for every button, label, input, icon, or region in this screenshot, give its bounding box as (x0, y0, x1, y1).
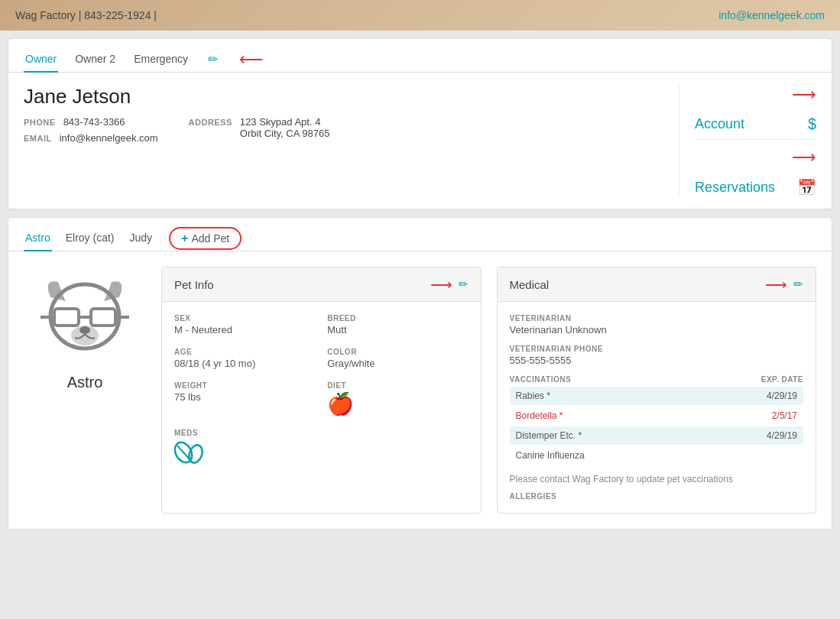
email-label: EMAIL (24, 134, 52, 143)
phone-label: PHONE (24, 118, 56, 127)
reservations-label: Reservations (695, 180, 775, 196)
vacc-name-distemper: Distemper Etc. * (516, 430, 582, 441)
age-label: AGE (174, 348, 315, 356)
top-bar: Wag Factory | 843-225-1924 | info@kennel… (0, 0, 840, 31)
tab-emergency[interactable]: Emergency (132, 47, 190, 73)
owner-edit-icon[interactable]: ✏ (208, 52, 218, 66)
arrow-annotation-medical: ⟶ (765, 275, 787, 293)
pet-info-edit-icon[interactable]: ✏ (459, 277, 469, 291)
meds-icon (174, 439, 315, 472)
vet-label: VETERINARIAN (510, 314, 804, 322)
vacc-exp-distemper: 4/29/19 (767, 430, 797, 441)
vacc-header: VACCINATIONS EXP. DATE (510, 375, 804, 384)
business-email[interactable]: info@kennelgeek.com (718, 9, 825, 21)
pet-tabs: Astro Elroy (cat) Judy + Add Pet (8, 218, 832, 251)
vet-value: Veterinarian Unknown (510, 324, 804, 335)
breed-label: BREED (327, 314, 468, 322)
vacc-exp-rabies: 4/29/19 (767, 391, 797, 401)
pet-info-box: Pet Info ⟶ ✏ SEX M - Neutered BREED Mutt… (161, 267, 482, 514)
sex-label: SEX (174, 314, 315, 322)
svg-line-9 (177, 446, 190, 459)
weight-value: 75 lbs (174, 391, 315, 403)
weight-label: WEIGHT (174, 381, 315, 390)
vaccinations-table: VACCINATIONS EXP. DATE Rabies * 4/29/19 … (510, 375, 804, 465)
svg-rect-2 (91, 309, 115, 326)
vet-phone-label: VETERINARIAN PHONE (510, 345, 804, 353)
sex-value: M - Neutered (174, 324, 315, 335)
owner-body: Jane Jetson PHONE 843-743-3366 EMAIL inf… (8, 73, 832, 209)
diet-apple-icon: 🍎 (327, 391, 468, 416)
diet-field: DIET 🍎 (327, 381, 468, 416)
owner-email: info@kennelgeek.com (60, 132, 158, 144)
pet-avatar-section: Astro (24, 267, 146, 514)
medical-title: Medical (510, 278, 550, 291)
please-contact-text: Please contact Wag Factory to update pet… (510, 474, 804, 485)
account-button[interactable]: Account $ (695, 115, 816, 140)
pet-info-title: Pet Info (174, 278, 214, 291)
pet-name: Astro (67, 374, 103, 391)
meds-field: MEDS (174, 429, 315, 472)
medical-content: VETERINARIAN Veterinarian Unknown VETERI… (498, 302, 816, 513)
tab-elroy[interactable]: Elroy (cat) (64, 225, 116, 251)
pet-info-header: Pet Info ⟶ ✏ (162, 267, 481, 302)
vet-phone-value: 555-555-5555 (510, 355, 804, 366)
svg-point-7 (79, 326, 90, 334)
vacc-name-rabies: Rabies * (516, 391, 550, 401)
address-label: ADDRESS (189, 118, 232, 127)
medical-edit-icon[interactable]: ✏ (793, 277, 803, 291)
diet-label: DIET (327, 381, 468, 390)
dollar-icon: $ (808, 115, 816, 133)
vacc-name-bordetella: Bordetella * (516, 410, 563, 421)
arrow-annotation-edit: ⟵ (239, 50, 264, 70)
breed-value: Mutt (327, 324, 468, 335)
vacc-row-distemper: Distemper Etc. * 4/29/19 (510, 426, 804, 445)
pet-body: Astro Pet Info ⟶ ✏ SEX M - Neutered BREE… (8, 251, 832, 529)
owner-phone: 843-743-3366 (63, 116, 125, 128)
plus-icon: + (181, 232, 188, 245)
arrow-annotation-petinfo: ⟶ (430, 275, 452, 293)
weight-field: WEIGHT 75 lbs (174, 381, 315, 416)
meds-label: MEDS (174, 429, 315, 437)
owner-address-line2: Orbit City, CA 98765 (240, 128, 330, 139)
vacc-row-bordetella: Bordetella * 2/5/17 (510, 407, 804, 425)
vacc-label: VACCINATIONS (510, 375, 572, 384)
medical-header: Medical ⟶ ✏ (498, 267, 816, 302)
vacc-exp-bordetella: 2/5/17 (772, 410, 797, 421)
owner-address-line1: 123 Skypad Apt. 4 (240, 116, 330, 128)
tab-judy[interactable]: Judy (128, 225, 154, 251)
business-info: Wag Factory | 843-225-1924 | (15, 9, 157, 21)
color-value: Gray/white (327, 358, 468, 369)
add-pet-label: Add Pet (191, 232, 229, 245)
medical-box: Medical ⟶ ✏ VETERINARIAN Veterinarian Un… (497, 267, 817, 514)
sex-field: SEX M - Neutered (174, 314, 315, 335)
pet-info-content: SEX M - Neutered BREED Mutt AGE 08/18 (4… (162, 302, 481, 484)
allergies-label: ALLERGIES (510, 492, 804, 501)
pet-card: Astro Elroy (cat) Judy + Add Pet (8, 217, 832, 530)
color-label: COLOR (327, 348, 468, 356)
vet-field: VETERINARIAN Veterinarian Unknown (510, 314, 804, 335)
owner-tabs: Owner Owner 2 Emergency ✏ ⟵ (8, 39, 832, 73)
owner-actions: ⟶ Account $ ⟶ Reservations 📅 (679, 85, 816, 196)
age-field: AGE 08/18 (4 yr 10 mo) (174, 348, 315, 369)
breed-field: BREED Mutt (327, 314, 468, 335)
vet-phone-field: VETERINARIAN PHONE 555-555-5555 (510, 345, 804, 366)
add-pet-button[interactable]: + Add Pet (169, 227, 242, 250)
owner-info: Jane Jetson PHONE 843-743-3366 EMAIL inf… (24, 85, 679, 196)
tab-owner[interactable]: Owner (24, 47, 58, 73)
vacc-row-canine: Canine Influenza (510, 446, 804, 465)
owner-name: Jane Jetson (24, 85, 679, 109)
tab-owner2[interactable]: Owner 2 (73, 47, 117, 73)
exp-date-label: EXP. DATE (761, 375, 803, 384)
pet-avatar (35, 267, 135, 366)
age-value: 08/18 (4 yr 10 mo) (174, 358, 315, 369)
reservations-button[interactable]: Reservations 📅 (695, 178, 816, 196)
calendar-icon: 📅 (797, 178, 816, 196)
arrow-annotation-reservations: ⟶ (792, 147, 816, 167)
owner-card: Owner Owner 2 Emergency ✏ ⟵ Jane Jetson … (8, 38, 832, 209)
arrow-annotation-account: ⟶ (792, 85, 816, 105)
color-field: COLOR Gray/white (327, 348, 468, 369)
tab-astro[interactable]: Astro (24, 225, 52, 251)
svg-rect-1 (54, 309, 79, 326)
account-label: Account (695, 116, 744, 132)
vacc-name-canine: Canine Influenza (516, 450, 585, 461)
